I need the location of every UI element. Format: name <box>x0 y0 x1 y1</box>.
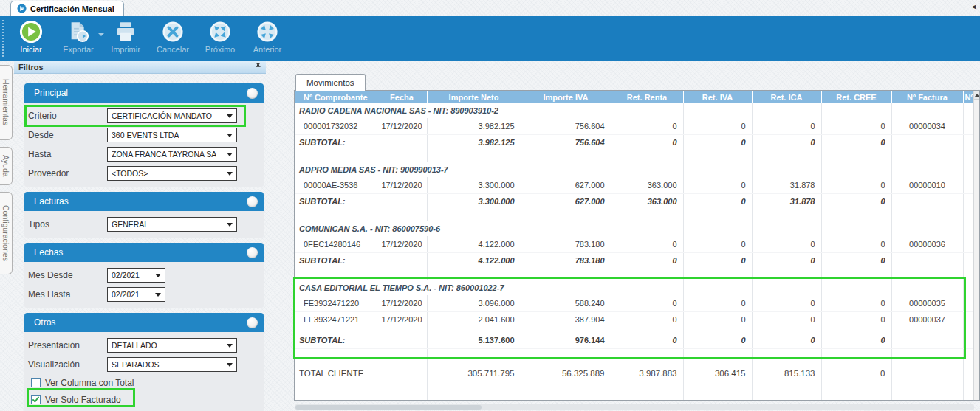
toggle-circle-icon[interactable] <box>247 317 258 328</box>
filter-group-otros: OtrosPresentaciónDETALLADOVisualizaciónS… <box>24 313 264 411</box>
toggle-circle-icon[interactable] <box>247 88 258 99</box>
imprimir-button[interactable]: Imprimir <box>107 19 144 54</box>
chevron-down-icon <box>155 274 161 277</box>
toggle-circle-icon[interactable] <box>247 247 258 258</box>
subtotal-label: SUBTOTAL: <box>295 252 377 269</box>
horizontal-scrollbar-thumb[interactable] <box>295 405 482 410</box>
chevron-down-icon <box>227 223 233 227</box>
column-header-0[interactable]: Nº Comprobante <box>295 91 377 103</box>
toolbar: IniciarExportarImprimirCancelarPróximoAn… <box>0 16 980 61</box>
anterior-button[interactable]: Anterior <box>249 19 286 54</box>
invoice-row[interactable]: 00000AE-353617/12/20203.300.000627.00036… <box>295 177 973 193</box>
filter-group-title: Principal <box>34 88 68 98</box>
side-tab-configuraciones[interactable]: Configuraciones <box>0 192 13 274</box>
column-header-5[interactable]: Ret. IVA <box>683 91 752 103</box>
column-header-2[interactable]: Importe Neto <box>427 91 521 103</box>
client-group-label: COMUNICAN S.A. - NIT: 860007590-6 <box>295 221 521 236</box>
chevron-down-icon <box>227 153 233 156</box>
filter-group-title: Otros <box>34 317 55 328</box>
column-header-9[interactable]: Nº <box>963 91 973 103</box>
side-tab-ayuda[interactable]: Ayuda <box>0 147 13 185</box>
subtotal-label: SUBTOTAL: <box>295 332 377 348</box>
invoice-row[interactable]: FE393247122017/12/20203.096.000588.24000… <box>295 295 973 311</box>
vertical-scrollbar[interactable] <box>973 91 979 400</box>
proveedor-select[interactable]: <TODOS> <box>107 166 237 181</box>
filter-group-title: Facturas <box>34 196 69 207</box>
desde-select[interactable]: 360 EVENTS LTDA <box>107 128 237 142</box>
column-header-6[interactable]: Ret. ICA <box>752 91 821 103</box>
checkbox-icon[interactable] <box>31 395 41 404</box>
iniciar-button[interactable]: Iniciar <box>13 19 49 54</box>
filter-group-header-principal: Principal <box>24 83 264 103</box>
tipos-value: GENERAL <box>112 220 148 229</box>
filter-field-criterio: CriterioCERTIFICACIÓN MANDATO <box>24 106 264 125</box>
cancelar-button-label: Cancelar <box>157 45 189 54</box>
mes-desde-select[interactable]: 02/2021 <box>107 268 165 283</box>
subtotal-row: SUBTOTAL:3.300.000627.000363.000031.8780 <box>295 193 973 210</box>
invoice-row[interactable]: 0FEC1428014617/12/20204.122.000783.18000… <box>295 236 973 252</box>
tab-certificacion-mensual[interactable]: Certificación Mensual <box>10 1 124 16</box>
mes-hasta-select[interactable]: 02/2021 <box>107 287 165 302</box>
column-header-7[interactable]: Ret. CREE <box>821 91 891 103</box>
spacer-row <box>295 382 973 400</box>
scroll-up-icon[interactable] <box>974 91 979 100</box>
invoice-row[interactable]: FE393247122117/12/20202.041.600387.90400… <box>295 311 973 328</box>
criterio-select[interactable]: CERTIFICACIÓN MANDATO <box>107 108 237 123</box>
chevron-down-icon <box>227 344 233 348</box>
tab-movimientos[interactable]: Movimientos <box>295 74 366 91</box>
proximo-button[interactable]: Próximo <box>202 19 239 54</box>
toolbar-buttons: IniciarExportarImprimirCancelarPróximoAn… <box>0 16 980 54</box>
column-header-1[interactable]: Fecha <box>377 91 427 103</box>
criterio-label: Criterio <box>28 111 107 121</box>
hasta-select[interactable]: ZONA FRANCA TAYRONA SA <box>107 147 237 162</box>
toolbar-grip[interactable] <box>2 20 4 57</box>
filter-group-facturas: FacturasTiposGENERAL <box>24 192 264 238</box>
mes-desde-label: Mes Desde <box>28 270 107 280</box>
filter-group-fechas: FechasMes Desde02/2021Mes Hasta02/2021 <box>24 243 264 308</box>
app-logo-icon <box>17 4 27 15</box>
checkbox-ver-solo-facturado[interactable]: Ver Solo Facturado <box>24 391 264 408</box>
column-header-3[interactable]: Importe IVA <box>521 91 611 103</box>
visualizacion-label: Visualización <box>28 359 107 370</box>
pin-icon[interactable] <box>254 63 262 72</box>
checkbox-icon[interactable] <box>31 378 41 387</box>
presentacion-select[interactable]: DETALLADO <box>107 338 237 353</box>
filter-field-hasta: HastaZONA FRANCA TAYRONA SA <box>24 145 264 164</box>
filter-field-desde: Desde360 EVENTS LTDA <box>24 125 264 145</box>
spacer-row <box>295 269 973 280</box>
checkbox-ver-columna-con-total[interactable]: Ver Columna con Total <box>24 374 264 391</box>
total-cliente-row: TOTAL CLIENTE305.711.79556.325.8893.987.… <box>295 365 973 382</box>
total-cliente-label: TOTAL CLIENTE <box>295 365 377 382</box>
column-header-8[interactable]: Nº Factura <box>891 91 963 103</box>
toggle-circle-icon[interactable] <box>247 196 258 207</box>
visualizacion-value: SEPARADOS <box>112 360 160 369</box>
side-tab-herramientas[interactable]: Herramientas <box>0 65 13 140</box>
proximo-button-label: Próximo <box>205 45 235 54</box>
invoice-row[interactable]: 00000173203217/12/20203.982.125756.60400… <box>295 118 973 134</box>
tab-scroll-left-icon[interactable]: ◄ <box>970 3 977 10</box>
mes-desde-value: 02/2021 <box>112 271 140 280</box>
chevron-down-icon <box>227 363 233 367</box>
mes-hasta-value: 02/2021 <box>112 290 140 299</box>
column-header-4[interactable]: Ret. Renta <box>611 91 683 103</box>
tipos-select[interactable]: GENERAL <box>107 217 237 232</box>
client-group-label: ADPRO MEDIA SAS - NIT: 900990013-7 <box>295 162 521 177</box>
spacer-row <box>295 359 973 365</box>
dropdown-caret-icon[interactable] <box>98 33 104 36</box>
export-icon <box>66 19 91 44</box>
filter-group-title: Fechas <box>34 247 63 258</box>
window-tab-bar: Certificación Mensual ◄ <box>0 0 980 16</box>
tab-movimientos-label: Movimientos <box>306 78 354 87</box>
printer-icon <box>113 19 138 44</box>
exportar-button[interactable]: Exportar <box>60 19 97 54</box>
filter-field-proveedor: Proveedor<TODOS> <box>24 164 264 183</box>
filter-group-header-otros: Otros <box>24 313 264 332</box>
cancelar-button[interactable]: Cancelar <box>154 19 191 54</box>
spacer-row <box>295 151 973 162</box>
visualizacion-select[interactable]: SEPARADOS <box>107 357 237 372</box>
filter-field-mes-desde: Mes Desde02/2021 <box>24 266 264 285</box>
horizontal-scrollbar[interactable] <box>295 404 974 410</box>
iniciar-button-label: Iniciar <box>20 45 41 54</box>
spacer-row <box>295 210 973 221</box>
tipos-label: Tipos <box>28 219 107 229</box>
